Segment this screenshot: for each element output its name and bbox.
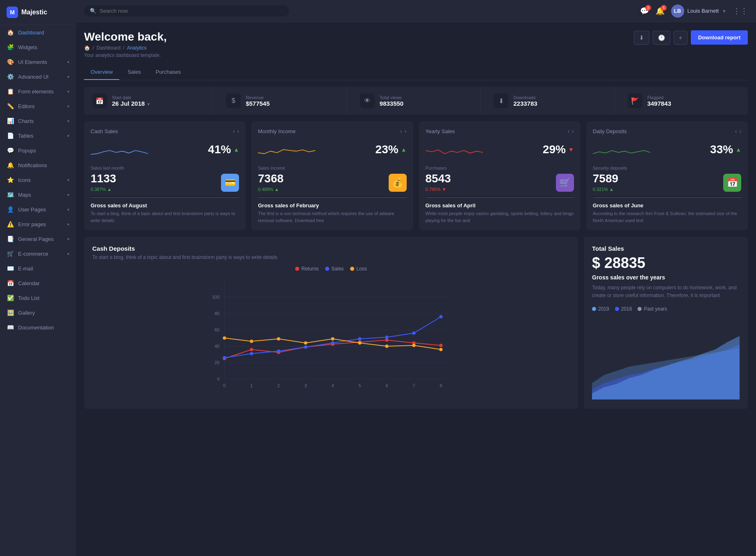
card-prev-yearly-sales[interactable]: ‹ — [567, 128, 569, 134]
tab-purchases[interactable]: Purchases — [149, 65, 187, 80]
grid-menu-icon[interactable]: ⋮⋮ — [733, 7, 748, 16]
sidebar-logo[interactable]: M Majestic — [0, 0, 76, 25]
sidebar-item-dashboard[interactable]: 🏠 Dashboard — [0, 25, 76, 40]
card-prev-cash-sales[interactable]: ‹ — [233, 128, 235, 134]
mini-chart-daily-deposits — [593, 139, 650, 160]
year-dot-2018 — [615, 307, 619, 311]
gross-label: Gross sales over the years — [592, 274, 740, 281]
sidebar-item-e-mail[interactable]: ✉️ E-mail — [0, 261, 76, 276]
stat-value-revenue: $577545 — [246, 100, 269, 107]
breadcrumb-sep1: / — [93, 45, 94, 51]
sidebar-icon-ui-elements: 🎨 — [7, 59, 14, 65]
card-title-cash-sales: Cash Sales — [91, 128, 118, 134]
sidebar-item-e-commerce[interactable]: 🛒 E-commerce ▾ — [0, 246, 76, 261]
sidebar-item-advanced-ui[interactable]: ⚙️ Advanced UI ▾ — [0, 69, 76, 84]
card-prev-daily-deposits[interactable]: ‹ — [735, 128, 737, 134]
svg-text:100: 100 — [212, 295, 219, 300]
svg-point-45 — [358, 341, 362, 345]
svg-text:3: 3 — [304, 383, 307, 388]
card-nav-yearly-sales: ‹ › — [567, 128, 574, 134]
stat-info-downloads: Downloads 2233783 — [513, 95, 537, 107]
gross-text-monthly-income: The first is a non technical method whic… — [258, 210, 406, 224]
breadcrumb-parent: Dashboard — [96, 45, 121, 51]
sidebar-item-general-pages[interactable]: 📑 General Pages ▾ — [0, 231, 76, 246]
sidebar-icon-widgets: 🧩 — [7, 44, 14, 50]
clock-btn[interactable]: 🕐 — [653, 31, 670, 45]
sidebar-item-icons[interactable]: ⭐ Icons ▾ — [0, 172, 76, 187]
notifications-badge: 5 — [661, 5, 667, 11]
sidebar-icon-advanced-ui: ⚙️ — [7, 73, 14, 80]
sidebar-item-editors[interactable]: ✏️ Editors ▾ — [0, 99, 76, 113]
sidebar-item-gallery[interactable]: 🖼️ Gallery — [0, 305, 76, 320]
sidebar-icon-form-elements: 📋 — [7, 88, 14, 95]
tab-overview[interactable]: Overview — [84, 65, 119, 80]
svg-text:8: 8 — [439, 383, 442, 388]
chevron-icon-icons: ▾ — [67, 178, 69, 182]
user-avatar: LB — [671, 5, 684, 18]
sidebar-item-calendar[interactable]: 📅 Calendar — [0, 276, 76, 290]
svg-point-43 — [304, 341, 307, 345]
year-dot-Past years — [638, 307, 642, 311]
card-sub-monthly-income: 0.489% ▲ — [258, 187, 285, 192]
download-report-btn[interactable]: Download report — [691, 30, 748, 45]
stat-icon-start-date: 📅 — [92, 93, 107, 108]
bottom-grid: Cash Deposits To start a blog, think of … — [84, 237, 748, 409]
sidebar-item-form-elements[interactable]: 📋 Form elements ▾ — [0, 84, 76, 99]
chevron-icon-editors: ▾ — [67, 104, 69, 109]
notifications-icon-btn[interactable]: 🔔5 — [656, 7, 665, 16]
sidebar-item-user-pages[interactable]: 👤 User Pages ▾ — [0, 202, 76, 217]
stat-revenue: $ Revenue $577545 — [218, 87, 346, 115]
svg-point-46 — [385, 345, 389, 348]
sidebar-icon-gallery: 🖼️ — [7, 309, 14, 316]
chart-legend: ReturnsSalesLoss — [92, 266, 570, 272]
stat-value-downloads: 2233783 — [513, 100, 537, 107]
legend-label-loss: Loss — [356, 266, 367, 272]
sidebar-icon-documentation: 📖 — [7, 324, 14, 331]
card-metric-daily-deposits: Security deposits 7589 0.321% ▲ — [593, 166, 627, 192]
download-icon-btn[interactable]: ⬇ — [634, 31, 649, 45]
content-area: Welcome back, 🏠 / Dashboard / Analytics … — [76, 22, 756, 556]
sidebar-item-widgets[interactable]: 🧩 Widgets — [0, 40, 76, 54]
card-metric-yearly-sales: Purchases 8543 0.795% ▼ — [426, 166, 451, 192]
year-legend-2018: 2018 — [615, 306, 632, 312]
sidebar-label-maps: Maps — [18, 192, 31, 198]
sidebar-icon-notifications: 🔔 — [7, 162, 14, 168]
sidebar-item-ui-elements[interactable]: 🎨 UI Elements ▾ — [0, 54, 76, 69]
svg-point-41 — [250, 340, 253, 343]
card-next-yearly-sales[interactable]: › — [572, 128, 574, 134]
card-next-monthly-income[interactable]: › — [405, 128, 407, 134]
sidebar-item-todo-list[interactable]: ✅ Todo List — [0, 290, 76, 305]
card-title-yearly-sales: Yearly Sales — [426, 128, 455, 134]
search-input[interactable] — [100, 8, 283, 14]
total-sales-card: Total Sales $ 28835 Gross sales over the… — [584, 237, 748, 409]
sidebar-item-maps[interactable]: 🗺️ Maps ▾ — [0, 187, 76, 202]
sidebar-label-widgets: Widgets — [18, 44, 37, 50]
search-box[interactable]: 🔍 — [84, 5, 289, 16]
user-area[interactable]: LB Louis Barnett ▼ — [671, 5, 727, 18]
svg-point-38 — [412, 331, 416, 335]
tab-sales[interactable]: Sales — [121, 65, 148, 80]
sidebar-item-tables[interactable]: 📄 Tables ▾ — [0, 128, 76, 143]
sidebar-item-notifications[interactable]: 🔔 Notifications — [0, 158, 76, 172]
svg-text:5: 5 — [358, 383, 361, 388]
cash-deposits-card: Cash Deposits To start a blog, think of … — [84, 237, 578, 409]
sidebar-item-popups[interactable]: 💬 Popups — [0, 143, 76, 158]
card-next-daily-deposits[interactable]: › — [739, 128, 741, 134]
sidebar-item-error-pages[interactable]: ⚠️ Error pages ▾ — [0, 217, 76, 231]
stat-icon-flagged: 🚩 — [628, 93, 642, 108]
sidebar-label-popups: Popups — [18, 148, 36, 154]
card-prev-monthly-income[interactable]: ‹ — [400, 128, 402, 134]
card-nav-cash-sales: ‹ › — [233, 128, 239, 134]
sidebar-icon-dashboard: 🏠 — [7, 29, 14, 36]
add-btn[interactable]: + — [674, 31, 688, 45]
total-sales-chart — [592, 318, 740, 399]
card-next-cash-sales[interactable]: › — [237, 128, 239, 134]
breadcrumb-sep2: / — [123, 45, 124, 51]
sidebar-item-charts[interactable]: 📊 Charts ▾ — [0, 113, 76, 128]
sidebar-item-documentation[interactable]: 📖 Documentation — [0, 320, 76, 335]
messages-icon-btn[interactable]: 💬3 — [640, 7, 649, 16]
year-legend-2019: 2019 — [592, 306, 609, 312]
chevron-icon-charts: ▾ — [67, 119, 69, 123]
svg-point-33 — [277, 349, 280, 353]
stat-info-start-date: Start date 26 Jul 2018 ▼ — [112, 95, 150, 107]
